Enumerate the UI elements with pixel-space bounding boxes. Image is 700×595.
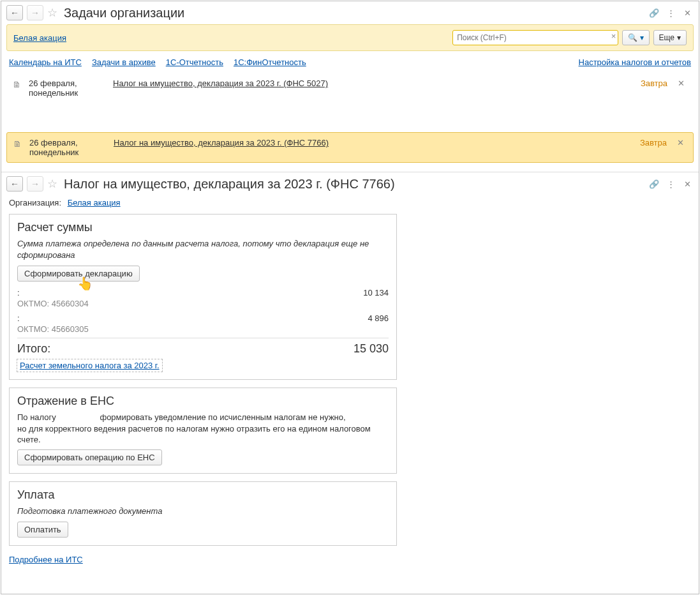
task-link[interactable]: Налог на имущество, декларация за 2023 г… <box>113 79 633 88</box>
calc-value: 10 134 <box>363 288 389 298</box>
form-declaration-button[interactable]: Сформировать декларацию <box>17 266 140 282</box>
calc-desc: Сумма платежа определена по данным расче… <box>17 238 389 260</box>
more-button[interactable]: Еще ▾ <box>653 30 687 45</box>
task-status: Завтра <box>641 79 667 88</box>
pay-desc: Подготовка платежного документа <box>17 506 389 517</box>
pay-card: Уплата Подготовка платежного документа О… <box>9 481 397 546</box>
org-label: Организация: <box>9 198 61 207</box>
page-title: Задачи организации <box>64 6 184 20</box>
file-icon: 🗎 <box>13 80 21 89</box>
favorite-star-icon[interactable]: ☆ <box>47 177 57 191</box>
close-icon[interactable]: ✕ <box>681 6 694 19</box>
oktmo: ОКТМО: 45660304 <box>17 299 389 308</box>
nav-back-button[interactable]: ← <box>6 5 23 20</box>
calc-row: : 10 134 <box>17 287 389 299</box>
linkbar-settings[interactable]: Настройка налогов и отчетов <box>579 57 691 67</box>
total-label: Итого: <box>17 342 50 356</box>
oktmo: ОКТМО: 45660305 <box>17 324 389 334</box>
linkbar-1c-report[interactable]: 1С-Отчетность <box>166 57 223 67</box>
link-icon[interactable]: 🔗 <box>648 177 660 190</box>
calc-value: 4 896 <box>368 313 389 323</box>
close-icon[interactable]: ✕ <box>681 177 694 190</box>
ens-heading: Отражение в ЕНС <box>17 395 389 408</box>
search-button[interactable]: 🔍 ▾ <box>622 30 649 45</box>
task-date: 26 февраля, понедельник <box>29 138 106 157</box>
detail-nav-forward-button[interactable]: → <box>27 176 43 192</box>
calc-card: Расчет суммы Сумма платежа определена по… <box>9 214 397 380</box>
ens-text: По налогу формировать уведомление по исч… <box>17 412 389 446</box>
task-status: Завтра <box>640 138 667 147</box>
task-close-icon[interactable]: ✕ <box>674 138 687 147</box>
linkbar: Календарь на ИТС Задачи в архиве 1С-Отче… <box>1 51 699 73</box>
task-link[interactable]: Налог на имущество, декларация за 2023 г… <box>114 138 632 147</box>
task-close-icon[interactable]: ✕ <box>675 79 687 88</box>
land-tax-calc-link[interactable]: Расчет земельного налога за 2023 г. <box>17 359 162 372</box>
linkbar-archive[interactable]: Задачи в архиве <box>92 57 156 67</box>
more-vert-icon[interactable]: ⋮ <box>664 177 677 190</box>
pay-heading: Уплата <box>17 488 389 502</box>
nav-forward-button[interactable]: → <box>27 5 43 20</box>
favorite-star-icon[interactable]: ☆ <box>47 6 57 20</box>
pay-button[interactable]: Оплатить <box>17 522 68 538</box>
linkbar-calendar[interactable]: Календарь на ИТС <box>9 57 82 67</box>
search-clear-icon[interactable]: × <box>611 31 616 41</box>
org-row: Организация: Белая акация <box>1 195 699 210</box>
task-row[interactable]: 🗎 26 февраля, понедельник Налог на имуще… <box>6 73 694 103</box>
calc-row: : 4 896 <box>17 312 389 324</box>
org-link[interactable]: Белая акация <box>13 33 66 43</box>
link-icon[interactable]: 🔗 <box>648 6 660 19</box>
org-link[interactable]: Белая акация <box>68 198 121 207</box>
search-input[interactable] <box>452 30 618 45</box>
task-row[interactable]: 🗎 26 февраля, понедельник Налог на имуще… <box>6 132 694 163</box>
more-vert-icon[interactable]: ⋮ <box>664 6 677 19</box>
org-bar: Белая акация × 🔍 ▾ Еще ▾ <box>6 24 694 51</box>
detail-title: Налог на имущество, декларация за 2023 г… <box>64 177 395 192</box>
total-row: Итого: 15 030 <box>17 338 389 356</box>
file-icon: 🗎 <box>13 139 22 149</box>
form-ens-button[interactable]: Сформировать операцию по ЕНС <box>17 449 162 465</box>
total-value: 15 030 <box>354 342 389 356</box>
detail-nav-back-button[interactable]: ← <box>6 176 23 192</box>
linkbar-1c-fin[interactable]: 1С:ФинОтчетность <box>234 57 306 67</box>
ens-card: Отражение в ЕНС По налогу формировать ув… <box>9 388 397 474</box>
task-date: 26 февраля, понедельник <box>29 79 105 98</box>
calc-heading: Расчет суммы <box>17 221 389 234</box>
footer-its-link[interactable]: Подробнее на ИТС <box>9 555 83 564</box>
